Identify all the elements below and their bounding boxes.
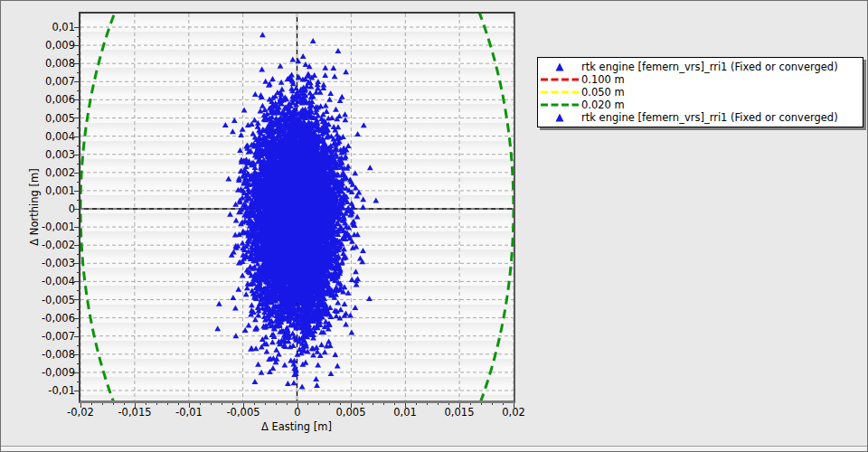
tick-mark xyxy=(77,164,79,165)
y-tick-label: -0,008 xyxy=(28,349,75,360)
tick-mark xyxy=(394,403,395,405)
tick-mark xyxy=(77,309,79,310)
tick-mark xyxy=(383,403,384,405)
tick-mark xyxy=(77,200,79,201)
tick-mark xyxy=(77,54,79,55)
y-tick-label: -0,009 xyxy=(28,367,75,378)
tick-mark xyxy=(77,290,79,291)
tick-mark xyxy=(481,403,482,405)
x-tick-label: 0,01 xyxy=(378,407,432,418)
legend-item-label: 0.050 m xyxy=(581,86,625,99)
x-tick-label: 0,02 xyxy=(486,407,541,418)
y-tick-label: 0,006 xyxy=(28,94,75,105)
y-tick-label: 0,005 xyxy=(28,113,75,124)
tick-mark xyxy=(77,90,79,91)
tick-mark xyxy=(200,403,201,405)
x-tick-label: -0,005 xyxy=(216,407,270,418)
tick-mark xyxy=(254,403,255,405)
tick-mark xyxy=(470,403,471,405)
x-tick-label: 0,015 xyxy=(432,407,486,418)
legend-item: rtk engine [femern_vrs]_rri1 (Fixed or c… xyxy=(538,61,863,73)
legend-dash-line-icon xyxy=(540,87,580,98)
tick-mark xyxy=(222,403,222,405)
tick-mark xyxy=(77,381,79,382)
y-tick-label: 0,01 xyxy=(28,22,75,33)
tick-mark xyxy=(329,403,330,405)
tick-mark xyxy=(373,403,373,405)
y-tick-label: -0,01 xyxy=(28,385,75,396)
panel-footer-area xyxy=(1,447,867,451)
y-tick-label: -0,007 xyxy=(28,331,75,342)
tick-mark xyxy=(77,127,79,128)
tick-mark xyxy=(265,403,266,405)
y-axis-title: Δ Northing [m] xyxy=(28,168,41,245)
scatter-chart-panel: 0,010,0090,0080,0070,0060,0050,0040,0030… xyxy=(0,0,868,452)
tick-mark xyxy=(416,403,417,405)
tick-mark xyxy=(287,403,288,405)
legend-item-label: rtk engine [femern_vrs]_rri1 (Fixed or c… xyxy=(581,61,838,73)
plot-canvas xyxy=(80,14,514,400)
tick-mark xyxy=(211,403,212,405)
tick-mark xyxy=(448,403,449,405)
tick-mark xyxy=(102,403,103,405)
tick-mark xyxy=(113,403,114,405)
legend-item-label: 0.020 m xyxy=(581,99,625,111)
tick-mark xyxy=(318,403,319,405)
tick-mark xyxy=(77,254,79,255)
tick-mark xyxy=(91,403,92,405)
tick-mark xyxy=(77,345,79,346)
tick-mark xyxy=(77,272,79,273)
legend-item-label: rtk engine [femern_vrs]_rri1 (Fixed or c… xyxy=(581,111,838,124)
y-tick-label: 0,008 xyxy=(28,58,75,69)
legend-dash-line-icon xyxy=(540,74,580,85)
tick-mark xyxy=(340,403,341,405)
tick-mark xyxy=(77,182,79,183)
y-tick-label: 0,007 xyxy=(28,76,75,87)
legend-dash-line-icon xyxy=(540,99,580,110)
tick-mark xyxy=(77,327,79,328)
tick-mark xyxy=(307,403,308,405)
legend-item-label: 0.100 m xyxy=(581,73,625,86)
tick-mark xyxy=(146,403,146,405)
tick-mark xyxy=(124,403,125,405)
y-tick-label: -0,004 xyxy=(28,276,75,287)
x-tick-label: 0 xyxy=(270,407,325,418)
tick-mark xyxy=(232,403,233,405)
tick-mark xyxy=(178,403,179,405)
plot-area xyxy=(79,12,515,403)
tick-mark xyxy=(77,236,79,237)
y-tick-label: 0,003 xyxy=(28,149,75,160)
y-tick-label: 0,004 xyxy=(28,131,75,142)
tick-mark xyxy=(362,403,363,405)
tick-mark xyxy=(276,403,277,405)
legend-item: 0.100 m xyxy=(538,73,863,86)
x-axis-title: Δ Easting [m] xyxy=(261,420,332,433)
y-tick-label: -0,005 xyxy=(28,295,75,306)
legend-item: rtk engine [femern_vrs]_rri1 (Fixed or c… xyxy=(538,111,863,124)
tick-mark xyxy=(503,403,504,405)
x-tick-label: -0,015 xyxy=(108,407,162,418)
tick-mark xyxy=(167,403,168,405)
tick-mark xyxy=(438,403,439,405)
tick-mark xyxy=(77,72,79,73)
tick-mark xyxy=(77,108,79,109)
y-tick-label: -0,006 xyxy=(28,313,75,324)
tick-mark xyxy=(156,403,157,405)
x-tick-label: -0,02 xyxy=(53,407,108,418)
x-tick-label: -0,01 xyxy=(162,407,216,418)
legend-triangle-marker-icon xyxy=(540,61,580,72)
legend-item: 0.020 m xyxy=(538,99,863,111)
y-tick-label: -0,003 xyxy=(28,258,75,268)
legend: rtk engine [femern_vrs]_rri1 (Fixed or c… xyxy=(537,57,863,127)
tick-mark xyxy=(77,36,79,37)
tick-mark xyxy=(77,363,79,364)
y-tick-label: 0,009 xyxy=(28,40,75,51)
legend-item: 0.050 m xyxy=(538,86,863,99)
tick-mark xyxy=(77,146,79,146)
legend-triangle-marker-icon xyxy=(540,112,580,123)
x-tick-label: 0,005 xyxy=(324,407,378,418)
tick-mark xyxy=(492,403,493,405)
tick-mark xyxy=(427,403,428,405)
tick-mark xyxy=(77,218,79,219)
